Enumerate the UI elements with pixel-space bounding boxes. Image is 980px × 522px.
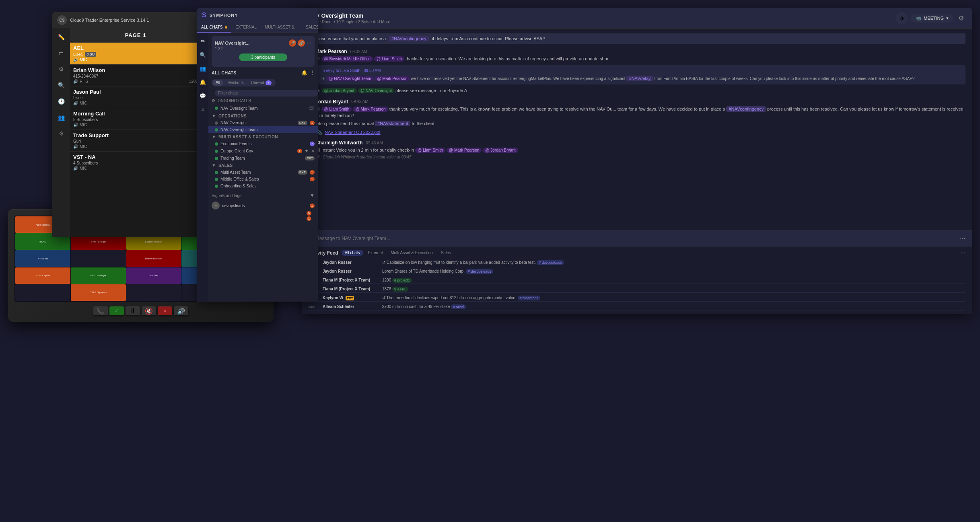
filter-mentions[interactable]: Mentions xyxy=(224,80,247,86)
bell-icon[interactable]: 🔔 xyxy=(301,70,307,76)
contact-brian-wilson[interactable]: Brian Wilson 415-234-0967 🔊 RHS1200 xyxy=(70,65,201,86)
contact-vst-na[interactable]: VST - NA 4 Subscribers 🔊 MIC xyxy=(70,152,201,173)
chat-filter-input[interactable] xyxy=(215,90,318,97)
message-body: Hi @ Liam Smith @ Mark Pearson thank you… xyxy=(308,106,966,119)
activity-tab-external[interactable]: External xyxy=(365,250,386,256)
device-key[interactable]: BSAS Olympics xyxy=(71,284,126,301)
users-icon[interactable]: 👥 xyxy=(56,112,67,123)
emoji-icon[interactable]: ⋯ xyxy=(959,234,966,242)
close-icon[interactable]: ✕ xyxy=(311,148,315,154)
device-key[interactable]: NAV Oversight xyxy=(71,267,126,284)
tab-external[interactable]: EXTERNAL xyxy=(231,23,261,33)
contact-mic-trade: 🔊 MIC xyxy=(73,144,198,149)
gear-icon[interactable]: ⚙ xyxy=(56,128,67,139)
contact-mic-ael: 🔊 MIC xyxy=(73,58,198,62)
chat-item-name: Trading Team xyxy=(220,156,303,160)
notification-icon[interactable]: 🔔 xyxy=(198,77,208,87)
chat-nav-oversight-call[interactable]: NAV Oversight Team ☏ xyxy=(208,104,318,112)
chat-middle-office-sales[interactable]: Middle Office & Sales 1 xyxy=(208,176,318,183)
device-call-btn[interactable]: 📞 xyxy=(93,306,108,315)
participants-btn[interactable]: 3 participants xyxy=(239,53,287,61)
activity-feed-header: Activity Feed All chats External Multi A… xyxy=(308,250,966,256)
chat-nav-oversight[interactable]: NAV Oversight EXT 1 xyxy=(208,119,318,126)
tab-sales[interactable]: SALES xyxy=(302,23,318,33)
chat-item-name: NAV Oversight Team xyxy=(220,127,315,132)
people-icon[interactable]: 👥 xyxy=(198,64,208,73)
c9-panel: C9 Cloud9 Trader Enterprise Service 3.14… xyxy=(52,12,201,237)
device-key[interactable] xyxy=(126,284,181,301)
activity-tab-all-chats[interactable]: All chats xyxy=(342,250,363,256)
activity-feed-more-icon[interactable]: ⋯ xyxy=(961,250,966,256)
mention-tag: @ Jordan Bryant xyxy=(483,148,518,153)
attachment-link[interactable]: NAV Statement Q3 2022.pdf xyxy=(325,130,381,135)
device-key[interactable]: KYR Fuel xyxy=(15,250,70,267)
chat-europe-client-cov[interactable]: Europe Client Cov 1 ★ ✕ xyxy=(208,147,318,155)
contact-name-vst: VST - NA xyxy=(73,154,198,160)
folder-sales[interactable]: ▼ SALES xyxy=(208,162,318,169)
chat-economic-events[interactable]: Economic Events 7 xyxy=(208,140,318,147)
settings-icon[interactable]: ⚙ xyxy=(56,64,67,75)
author-name: Jordan Bryant xyxy=(315,99,348,105)
status-dot xyxy=(215,107,218,110)
folder-operations[interactable]: ▼ OPERATIONS xyxy=(208,112,318,119)
filter-all[interactable]: All xyxy=(212,80,223,86)
arrows-icon[interactable]: ⇄ xyxy=(56,47,67,59)
activity-tab-multi-asset[interactable]: Multi Asset & Execution xyxy=(387,250,436,256)
message-author: ✓ Jordan Bryant 09:42 AM xyxy=(308,99,966,105)
call-item[interactable]: NAV Oversight... 🎤 🔗 ⋯ 1:32 3 participan… xyxy=(212,36,315,67)
message-mark-pearson: ✓ Mark Pearson 09:32 AM Hi @ BuysideA Mi… xyxy=(308,49,966,94)
video-icon: 🔗 xyxy=(298,39,305,47)
meeting-button[interactable]: 📹 MEETING ▾ xyxy=(911,14,953,23)
contact-morning-call[interactable]: Morning Call 8 Subscribers 🔊 MIC xyxy=(70,108,201,130)
device-key[interactable]: OpsXML xyxy=(126,267,181,284)
device-hold-btn[interactable]: ⏸ xyxy=(126,306,140,315)
theme-toggle[interactable]: ◑ xyxy=(896,12,908,24)
more-icon[interactable]: ⋯ xyxy=(307,40,311,46)
c9-main: PAGE 1 AEL Lisec3 SU 🔊 MIC Brian Wilson … xyxy=(70,28,201,237)
devopsleads-item[interactable]: P devopsleads 1 xyxy=(208,200,318,211)
device-end-btn[interactable]: ✕ xyxy=(158,306,172,315)
filter-row: All Mentions Unread7 xyxy=(208,77,318,88)
contact-trade-support[interactable]: Trade Support Gurl 🔊 MIC xyxy=(70,130,201,152)
contact-name-trade: Trade Support xyxy=(73,132,198,138)
star-icon[interactable]: ★ xyxy=(305,148,309,154)
status-dot xyxy=(215,178,218,181)
filter-unread[interactable]: Unread7 xyxy=(248,80,275,86)
device-key[interactable]: STNL Copper xyxy=(15,267,70,284)
device-mute-btn[interactable]: 🔇 xyxy=(142,306,156,315)
chat-input[interactable] xyxy=(315,236,956,241)
c9-titlebar: C9 Cloud9 Trader Enterprise Service 3.14… xyxy=(52,12,201,28)
device-vol-btn[interactable]: 🔊 xyxy=(174,306,188,315)
contact-ael[interactable]: AEL Lisec3 SU 🔊 MIC xyxy=(70,43,201,65)
folder-multi-asset[interactable]: ▼ MULTI ASSET & EXECUTION xyxy=(208,133,318,140)
device-key[interactable] xyxy=(15,284,70,301)
chat-room-name: NAV Oversight Team xyxy=(308,12,390,19)
history-icon[interactable]: 🕐 xyxy=(56,96,67,107)
search-icon[interactable]: 🔍 xyxy=(198,50,208,60)
chat-multi-asset-team[interactable]: Multi Asset Team EXT 1 xyxy=(208,169,318,176)
call-title: NAV Oversight... xyxy=(215,41,249,45)
settings-icon[interactable]: ⚙ xyxy=(957,13,966,24)
chat-header-actions: ◑ 📹 MEETING ▾ ⚙ xyxy=(896,12,966,24)
message-icon[interactable]: 💬 xyxy=(198,91,208,101)
tab-multi-asset[interactable]: MULTI ASSET &... xyxy=(261,23,302,33)
chat-onboarding-sales[interactable]: Onboarding & Sales xyxy=(208,183,318,189)
tab-all-chats[interactable]: ALL CHATS xyxy=(197,23,231,33)
channel-icon[interactable]: # xyxy=(198,105,208,114)
c9-title: Cloud9 Trader Enterprise Service 3.14.1 xyxy=(70,18,149,23)
device-key[interactable] xyxy=(71,250,126,267)
chat-nav-oversight-team[interactable]: NAV Oversight Team xyxy=(208,126,318,133)
contact-jason-paul[interactable]: Jason Paul Lisec 🔊 MIC xyxy=(70,86,201,108)
status-dot xyxy=(215,157,218,160)
signals-section[interactable]: Signals and tags ▼ xyxy=(208,189,318,200)
chat-trading-team[interactable]: Trading Team EXT xyxy=(208,155,318,162)
activity-tab-sales[interactable]: Sales xyxy=(438,250,454,256)
devops-count-badge2: 1 xyxy=(307,216,311,221)
compose-icon[interactable]: ✏ xyxy=(198,36,208,46)
edit-icon[interactable]: ✏️ xyxy=(56,31,67,43)
more-icon[interactable]: ⋮ xyxy=(310,70,315,76)
search-icon[interactable]: 🔍 xyxy=(56,80,67,91)
chevron-down-icon[interactable]: ▾ xyxy=(946,16,949,21)
device-key[interactable]: Robert Houston xyxy=(126,250,181,267)
device-answer-btn[interactable]: ✓ xyxy=(109,306,124,315)
